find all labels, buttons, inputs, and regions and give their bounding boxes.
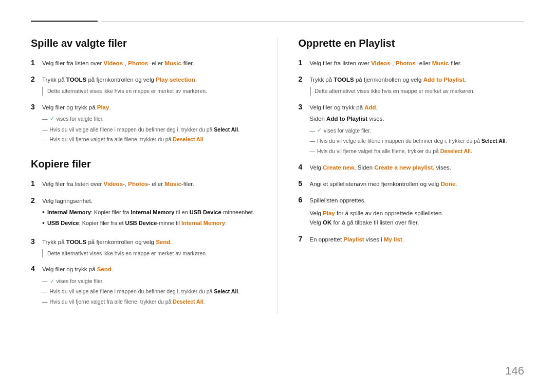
section-title-spille: Spille av valgte filer [31, 38, 257, 49]
section-title-kopiere: Kopiere filer [31, 158, 257, 170]
step-note: Dette alternativet vises ikke hvis en ma… [42, 249, 257, 258]
section-title-opprette: Opprette en Playlist [299, 38, 525, 49]
step-right-6: 6 Spillelisten opprettes. Velg Play for … [299, 196, 525, 227]
step-left-s1-1: 1 Velg filer fra listen over Videos-, Ph… [31, 59, 257, 68]
page-number: 146 [505, 364, 524, 378]
section-kopiere-filer: Kopiere filer 1 Velg filer fra listen ov… [31, 158, 257, 306]
left-column: Spille av valgte filer 1 Velg filer fra … [31, 38, 257, 313]
column-divider [278, 38, 278, 313]
page-container: Spille av valgte filer 1 Velg filer fra … [0, 0, 555, 392]
step-left-s1-2: 2 Trykk på TOOLS på fjernkontrollen og v… [31, 75, 257, 95]
step-left-s2-2: 2 Velg lagringsenhet. • Internal Memory:… [31, 196, 257, 231]
step-left-s2-3: 3 Trykk på TOOLS på fjernkontrollen og v… [31, 237, 257, 257]
section-spille-av-valgte-filer: Spille av valgte filer 1 Velg filer fra … [31, 38, 257, 144]
top-line-dark [31, 21, 98, 22]
list-item: • USB Device: Kopier filer fra et USB De… [42, 219, 257, 228]
step-left-s2-4: 4 Velg filer og trykk på Send. — ✓ vises… [31, 265, 257, 306]
step-note: Dette alternativet vises ikke hvis en ma… [42, 87, 257, 96]
list-item: • Internal Memory: Kopier filer fra Inte… [42, 208, 257, 217]
step-right-4: 4 Velg Create new. Siden Create a new pl… [299, 163, 525, 172]
step-right-7: 7 En opprettet Playlist vises i My list. [299, 235, 525, 244]
step-right-1: 1 Velg filer fra listen over Videos-, Ph… [299, 59, 525, 68]
step-note: Dette alternativet vises ikke hvis en ma… [310, 87, 525, 96]
two-column-layout: Spille av valgte filer 1 Velg filer fra … [31, 38, 524, 313]
step-right-2: 2 Trykk på TOOLS på fjernkontrollen og v… [299, 75, 525, 95]
step-right-5: 5 Angi et spillelistenavn med fjernkontr… [299, 179, 525, 189]
right-column: Opprette en Playlist 1 Velg filer fra li… [299, 38, 525, 313]
top-decorative-lines [31, 21, 524, 22]
step-right-3: 3 Velg filer og trykk på Add. Siden Add … [299, 103, 525, 156]
top-line-light [102, 21, 524, 22]
step-left-s1-3: 3 Velg filer og trykk på Play. — ✓ vises… [31, 103, 257, 144]
step-left-s2-1: 1 Velg filer fra listen over Videos-, Ph… [31, 179, 257, 189]
